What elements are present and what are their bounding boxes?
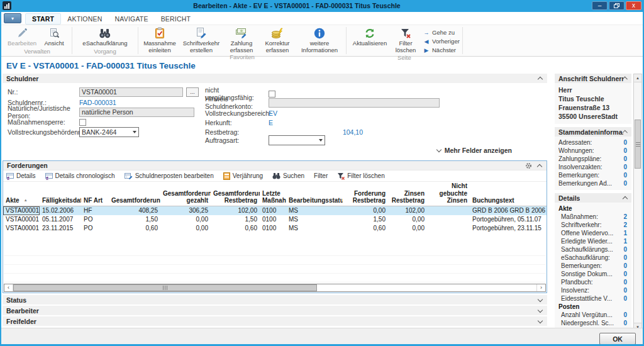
- scrollbar-thumb[interactable]: [635, 120, 641, 169]
- close-button[interactable]: x: [626, 1, 641, 10]
- massnahme-einleiten-button[interactable]: Massnahme einleiten: [141, 26, 179, 53]
- stat-value[interactable]: 0: [623, 262, 627, 270]
- details-button[interactable]: Details: [6, 172, 36, 180]
- col-bearbeitungsstatus[interactable]: Bearbeitungsstatus: [289, 197, 343, 204]
- stammdaten-header[interactable]: Stammdateninforma...: [555, 127, 631, 137]
- vollstreckungsbehoerde-select[interactable]: BANK-2464: [79, 127, 139, 137]
- restore-button[interactable]: [609, 1, 625, 10]
- bearbeiten-button[interactable]: Bearbeiten: [5, 26, 39, 47]
- esachaufklaerung-button[interactable]: eSachaufklärung: [75, 26, 135, 47]
- col-gesamtforderung-restbetrag[interactable]: Gesamtforderung Restbetrag: [213, 190, 260, 204]
- collapse-chevron-icon[interactable]: [623, 196, 628, 201]
- col-zinsen-restbetrag[interactable]: Zinsen Restbetrag: [392, 190, 425, 204]
- stat-value[interactable]: 0: [623, 245, 627, 254]
- fasttab-freifelder[interactable]: Freifelder: [3, 316, 547, 326]
- tab-bericht[interactable]: BERICHT: [155, 14, 197, 24]
- col-letzte-massnahme[interactable]: Letzte Maßnahme: [262, 190, 286, 204]
- filter-loeschen-button[interactable]: Filter löschen: [391, 26, 421, 53]
- ansicht-button[interactable]: Ansicht: [39, 26, 69, 47]
- stat-value[interactable]: 0: [623, 171, 627, 179]
- stat-value[interactable]: 0: [623, 286, 627, 294]
- details-header[interactable]: Details: [555, 193, 631, 203]
- scroll-left-icon[interactable]: ‹: [4, 284, 13, 291]
- auftragsart-select[interactable]: [269, 135, 325, 145]
- schriftverkehr-button[interactable]: Schriftverkehr erstellen: [179, 26, 224, 53]
- hinweis-schuldnerkonto-field[interactable]: [269, 98, 440, 108]
- herkunft-value[interactable]: E: [269, 119, 273, 126]
- stat-value[interactable]: 0: [623, 163, 627, 171]
- person-field[interactable]: natürliche Person: [79, 108, 194, 117]
- stat-value[interactable]: 0: [623, 319, 627, 327]
- scrollbar-thumb[interactable]: [13, 284, 317, 291]
- col-faelligkeitsdatum[interactable]: Fälligkeitsdatum: [42, 197, 81, 204]
- massnahmensperre-checkbox[interactable]: [79, 119, 86, 126]
- expand-chevron-icon[interactable]: [538, 318, 543, 323]
- scrollbar-track[interactable]: [13, 284, 537, 291]
- verjaehrung-button[interactable]: Verjährung: [223, 172, 263, 180]
- aktualisieren-button[interactable]: Aktualisieren: [349, 26, 391, 47]
- stat-value[interactable]: 0: [623, 155, 627, 163]
- stat-value[interactable]: 0: [623, 179, 627, 187]
- col-gesamtforderung[interactable]: Gesamtforderung: [111, 197, 160, 204]
- scroll-up-icon[interactable]: ▲: [634, 74, 641, 82]
- tab-aktionen[interactable]: AKTIONEN: [61, 14, 108, 24]
- stat-value[interactable]: 1: [623, 237, 627, 245]
- gear-icon[interactable]: [525, 162, 532, 169]
- schuldner-header[interactable]: Schuldner: [3, 74, 547, 83]
- expand-chevron-icon[interactable]: [538, 296, 543, 301]
- stat-value[interactable]: 0: [623, 138, 627, 147]
- anschrift-header[interactable]: Anschrift Schuldnernr.: [555, 74, 631, 83]
- stat-value[interactable]: 0: [623, 254, 627, 262]
- vertical-scrollbar[interactable]: ▲ ▼: [633, 74, 642, 332]
- stat-value[interactable]: 0: [623, 270, 627, 278]
- table-row[interactable]: VSTA00001 15.02.2006 HF 408,25 306,25 10…: [3, 206, 547, 215]
- filter-button[interactable]: Filter: [314, 172, 328, 179]
- col-nicht-gebuchte-zinsen[interactable]: Nicht gebuchte Zinsen: [440, 182, 467, 204]
- col-nf-art[interactable]: NF Art: [84, 197, 103, 204]
- stat-value[interactable]: 2: [623, 213, 627, 221]
- table-row[interactable]: VSTA00001 05.11.2007 PO 1,50 0,00 1,50 0…: [3, 215, 547, 224]
- schuldnerposten-bearbeiten-button[interactable]: Schuldnerposten bearbeiten: [125, 172, 214, 180]
- nr-field[interactable]: VSTA00001: [79, 87, 183, 97]
- nr-assist-button[interactable]: ...: [186, 87, 199, 97]
- col-forderung-restbetrag[interactable]: Forderung Restbetrag: [353, 190, 386, 204]
- fasttab-bearbeiter[interactable]: Bearbeiter: [3, 306, 547, 315]
- expand-chevron-icon[interactable]: [538, 307, 543, 312]
- details-chronologisch-button[interactable]: Details chronologisch: [45, 172, 115, 180]
- stat-value[interactable]: 1: [623, 229, 627, 237]
- forderungen-header[interactable]: Forderungen: [3, 161, 547, 170]
- col-gesamtforderung-gezahlt[interactable]: Gesamtforderung gezahlt: [163, 190, 211, 204]
- collapse-chevron-icon[interactable]: [537, 164, 542, 169]
- col-buchungstext[interactable]: Buchungstext: [472, 197, 514, 204]
- minimize-button[interactable]: –: [592, 1, 608, 10]
- stat-value[interactable]: 0: [623, 278, 627, 286]
- application-menu-button[interactable]: ▾: [4, 13, 21, 23]
- col-akte[interactable]: Akte: [6, 197, 19, 204]
- herkunft-label: Herkunft:: [205, 119, 269, 126]
- naechster-button[interactable]: ▶ Nächster: [423, 46, 460, 54]
- zahlung-erfassen-button[interactable]: Zahlung erfassen: [224, 26, 259, 53]
- vorheriger-button[interactable]: ◀ Vorheriger: [423, 37, 460, 45]
- korrektur-erfassen-button[interactable]: Korrektur erfassen: [259, 26, 296, 53]
- gehe-zu-button[interactable]: → Gehe zu: [423, 28, 460, 36]
- suchen-button[interactable]: Suchen: [272, 172, 304, 179]
- scroll-right-icon[interactable]: ›: [537, 284, 545, 291]
- more-fields-link[interactable]: Mehr Felder anzeigen: [437, 147, 512, 154]
- tab-start[interactable]: START: [25, 13, 61, 25]
- vollstreckungsbereich-value[interactable]: EV: [269, 109, 277, 117]
- weitere-informationen-button[interactable]: weitere Informationen: [296, 26, 343, 53]
- stat-value[interactable]: 0: [623, 311, 627, 319]
- stat-value[interactable]: 0: [623, 147, 627, 155]
- schuldnernr-link[interactable]: FAD-000031: [79, 99, 116, 106]
- nicht-verguetungsfaehig-checkbox[interactable]: [269, 91, 275, 98]
- table-row[interactable]: VSTA00001 23.11.2015 PO 0,60 0,00 0,60 0…: [3, 224, 547, 233]
- filter-loeschen-toolbar-button[interactable]: Filter löschen: [337, 172, 384, 180]
- ribbon-group-seite: Aktualisieren Filter löschen → Gehe zu ◀…: [349, 25, 460, 56]
- horizontal-scrollbar[interactable]: ‹ ›: [4, 284, 546, 292]
- fasttab-status[interactable]: Status: [3, 295, 547, 304]
- stat-value[interactable]: 0: [623, 294, 627, 303]
- ok-button[interactable]: OK: [599, 333, 636, 345]
- stat-value[interactable]: 2: [623, 221, 627, 229]
- collapse-chevron-icon[interactable]: [538, 77, 543, 82]
- tab-navigate[interactable]: NAVIGATE: [109, 14, 155, 24]
